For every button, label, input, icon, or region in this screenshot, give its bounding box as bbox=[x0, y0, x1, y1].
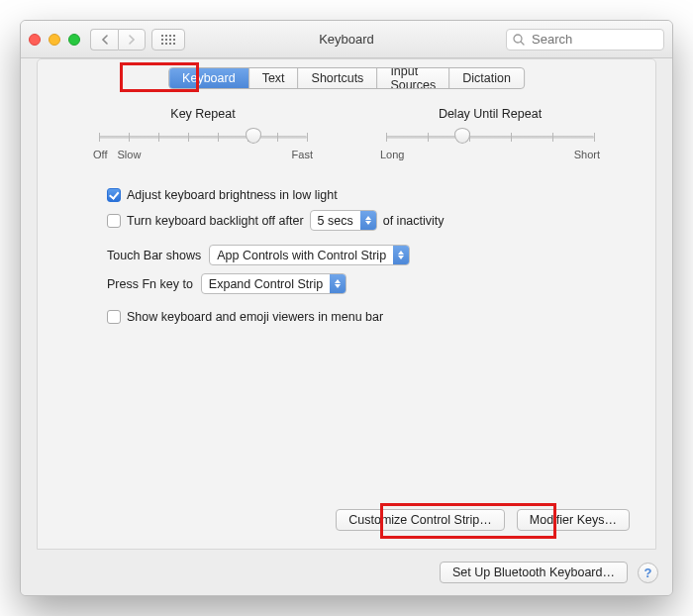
bottom-buttons: Customize Control Strip… Modifier Keys… bbox=[336, 509, 630, 531]
content-pane: Keyboard Text Shortcuts Input Sources Di… bbox=[37, 58, 656, 550]
tab-input-sources[interactable]: Input Sources bbox=[377, 68, 449, 88]
backlight-off-checkbox[interactable] bbox=[107, 214, 121, 228]
fn-key-select[interactable]: Expand Control Strip bbox=[201, 273, 346, 294]
backlight-off-suffix: of inactivity bbox=[383, 214, 445, 228]
delay-repeat-block: Delay Until Repeat Long Short bbox=[376, 107, 604, 160]
tab-dictation[interactable]: Dictation bbox=[449, 68, 524, 88]
touch-bar-value: App Controls with Control Strip bbox=[217, 249, 386, 262]
key-repeat-block: Key Repeat Off Slow Fast bbox=[89, 107, 317, 160]
search-icon bbox=[513, 34, 525, 46]
touch-bar-label: Touch Bar shows bbox=[107, 249, 201, 262]
search-field[interactable] bbox=[506, 29, 664, 51]
customize-control-strip-button[interactable]: Customize Control Strip… bbox=[336, 509, 505, 531]
tab-keyboard[interactable]: Keyboard bbox=[169, 68, 249, 88]
backlight-timeout-select[interactable]: 5 secs bbox=[310, 210, 377, 231]
chevron-updown-icon bbox=[393, 246, 409, 264]
tab-text[interactable]: Text bbox=[249, 68, 299, 88]
help-button[interactable]: ? bbox=[638, 563, 658, 583]
svg-line-13 bbox=[521, 42, 524, 45]
key-repeat-fast-label: Fast bbox=[292, 149, 313, 160]
footer: Set Up Bluetooth Keyboard… ? bbox=[21, 550, 672, 595]
adjust-brightness-label: Adjust keyboard brightness in low light bbox=[127, 188, 338, 202]
chevron-updown-icon bbox=[360, 211, 376, 230]
modifier-keys-button[interactable]: Modifier Keys… bbox=[517, 509, 630, 531]
key-repeat-title: Key Repeat bbox=[89, 107, 317, 121]
key-repeat-slider[interactable] bbox=[89, 127, 317, 147]
fn-key-label: Press Fn key to bbox=[107, 277, 193, 291]
fn-key-value: Expand Control Strip bbox=[209, 277, 323, 291]
backlight-off-prefix: Turn keyboard backlight off after bbox=[127, 214, 304, 228]
key-repeat-slow-label: Slow bbox=[117, 149, 141, 160]
preferences-window: Keyboard Keyboard Text Shortcuts Input S… bbox=[20, 20, 673, 596]
delay-repeat-slider[interactable] bbox=[376, 127, 604, 147]
titlebar: Keyboard bbox=[21, 21, 672, 58]
delay-long-label: Long bbox=[380, 149, 404, 160]
show-viewers-label: Show keyboard and emoji viewers in menu … bbox=[127, 310, 383, 324]
tab-shortcuts[interactable]: Shortcuts bbox=[299, 68, 378, 88]
form-area: Adjust keyboard brightness in low light … bbox=[107, 188, 626, 332]
touch-bar-select[interactable]: App Controls with Control Strip bbox=[209, 245, 410, 265]
adjust-brightness-checkbox[interactable] bbox=[107, 188, 121, 202]
tab-bar: Keyboard Text Shortcuts Input Sources Di… bbox=[168, 67, 525, 89]
key-repeat-off-label: Off bbox=[93, 149, 107, 160]
bluetooth-keyboard-button[interactable]: Set Up Bluetooth Keyboard… bbox=[440, 562, 628, 583]
show-viewers-checkbox[interactable] bbox=[107, 310, 121, 324]
chevron-updown-icon bbox=[330, 274, 346, 293]
search-input[interactable] bbox=[530, 31, 657, 48]
delay-repeat-title: Delay Until Repeat bbox=[376, 107, 604, 121]
delay-short-label: Short bbox=[574, 149, 600, 160]
backlight-timeout-value: 5 secs bbox=[318, 214, 353, 228]
sliders-row: Key Repeat Off Slow Fast Delay Until Rep… bbox=[38, 107, 655, 160]
